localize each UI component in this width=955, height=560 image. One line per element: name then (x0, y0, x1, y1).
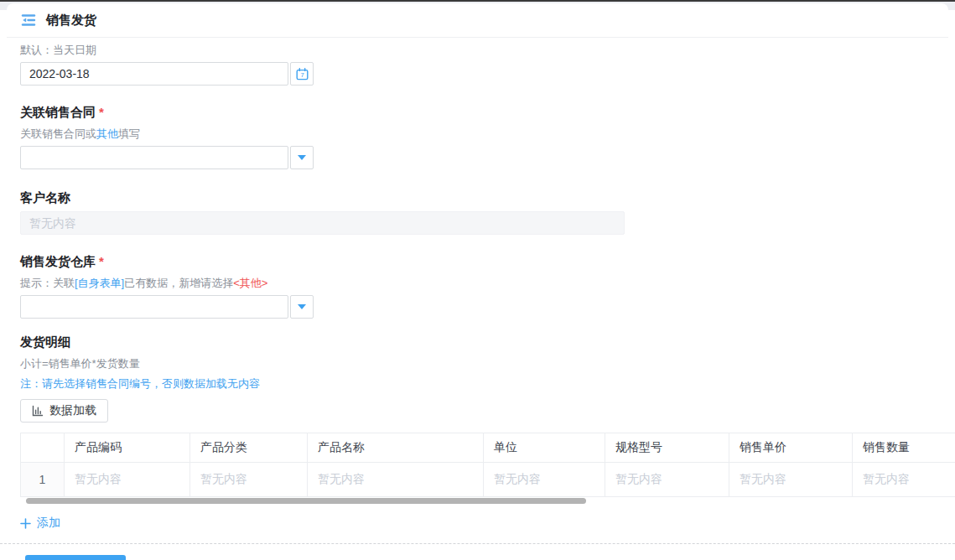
bar-chart-icon (32, 405, 44, 417)
section-title-warehouse: 销售发货仓库* (20, 253, 935, 270)
column-header: 单位 (484, 433, 605, 463)
menu-fold-back-icon[interactable] (20, 12, 37, 29)
section-title-detail: 发货明细 (20, 334, 935, 350)
contract-select-row (20, 146, 935, 169)
table-cell[interactable]: 暂无内容 (729, 463, 853, 497)
contract-select-input[interactable] (20, 146, 288, 169)
warehouse-select-input[interactable] (20, 295, 288, 319)
plus-icon (20, 518, 31, 529)
contract-hint-link[interactable]: 其他 (96, 127, 118, 140)
row-index-header (21, 433, 65, 463)
date-field-label: 默认：当天日期 (20, 44, 935, 57)
column-header: 销售数量 (853, 433, 955, 463)
column-header: 销售单价 (729, 433, 853, 463)
column-header: 产品分类 (190, 433, 308, 463)
load-data-button[interactable]: 数据加载 (20, 399, 108, 423)
table-cell[interactable]: 暂无内容 (853, 463, 955, 497)
add-row-label: 添加 (37, 516, 60, 531)
calendar-button[interactable]: 7 (290, 62, 314, 86)
contract-select-caret-button[interactable] (290, 146, 314, 169)
table-header-row: 产品编码产品分类产品名称单位规格型号销售单价销售数量 (21, 433, 955, 463)
table-cell[interactable]: 暂无内容 (308, 463, 484, 497)
form-card: 销售发货 默认：当天日期 7 关联销售合同* 关联销售合同或其他填写 (7, 3, 948, 560)
calendar-icon: 7 (295, 67, 309, 81)
column-header: 规格型号 (605, 433, 729, 463)
table-row: 1暂无内容暂无内容暂无内容暂无内容暂无内容暂无内容暂无内容 (21, 463, 955, 497)
page-header: 销售发货 (7, 3, 948, 38)
warehouse-select-row (20, 295, 935, 319)
required-asterisk: * (99, 105, 104, 119)
table-cell[interactable]: 暂无内容 (65, 463, 190, 497)
section-title-customer: 客户名称 (20, 189, 935, 206)
required-asterisk: * (99, 254, 104, 268)
submit-button[interactable]: 提交 (25, 555, 126, 560)
page-title: 销售发货 (46, 13, 96, 29)
form-content: 默认：当天日期 7 关联销售合同* 关联销售合同或其他填写 客户名称 (7, 38, 948, 560)
top-border-line (0, 0, 955, 2)
table-cell[interactable]: 暂无内容 (484, 463, 605, 497)
date-field-row: 7 (20, 62, 935, 86)
column-header: 产品编码 (65, 433, 190, 463)
date-input[interactable] (20, 62, 288, 86)
row-index: 1 (21, 463, 65, 497)
section-title-contract: 关联销售合同* (20, 104, 935, 121)
warehouse-select-caret-button[interactable] (290, 295, 314, 319)
svg-text:7: 7 (300, 71, 304, 79)
warehouse-hint: 提示：关联[自身表单]已有数据，新增请选择<其他> (20, 276, 935, 290)
table-cell[interactable]: 暂无内容 (605, 463, 729, 497)
detail-note-hint: 注：请先选择销售合同编号，否则数据加载无内容 (20, 376, 935, 391)
detail-table: 产品编码产品分类产品名称单位规格型号销售单价销售数量1暂无内容暂无内容暂无内容暂… (20, 433, 955, 497)
load-data-label: 数据加载 (49, 403, 96, 418)
add-row-button[interactable]: 添加 (20, 516, 60, 531)
caret-down-icon (298, 304, 306, 309)
horizontal-scrollbar[interactable] (26, 498, 586, 504)
column-header: 产品名称 (308, 433, 484, 463)
footer-divider (0, 543, 955, 544)
contract-hint: 关联销售合同或其他填写 (20, 127, 935, 141)
detail-table-wrapper: 产品编码产品分类产品名称单位规格型号销售单价销售数量1暂无内容暂无内容暂无内容暂… (20, 433, 955, 497)
detail-formula-hint: 小计=销售单价*发货数量 (20, 356, 935, 371)
customer-name-input[interactable] (20, 211, 625, 235)
caret-down-icon (298, 155, 306, 160)
table-cell[interactable]: 暂无内容 (190, 463, 308, 497)
